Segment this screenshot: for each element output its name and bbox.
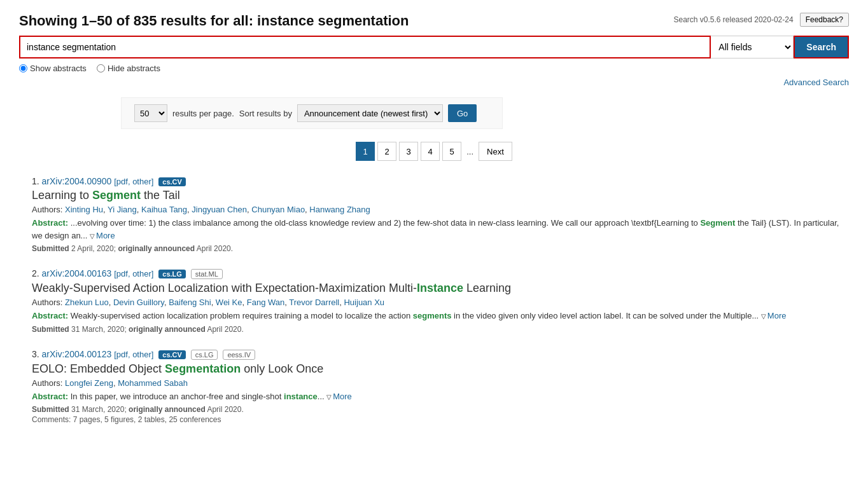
feedback-button[interactable]: Feedback? [800,13,849,27]
result-title-1: Learning to Segment the Tail [32,189,849,202]
author-link-1-2[interactable]: Yi Jiang [108,205,137,214]
sort-select[interactable]: Announcement date (newest first) Announc… [297,104,443,122]
badge-statml-2: stat.ML [191,269,223,279]
top-bar: Showing 1–50 of 835 results for all: ins… [19,13,849,32]
search-row: All fields Title Author Abstract Comment… [19,36,849,58]
abstract-highlight-2: segments [413,311,452,320]
version-info: Search v0.5.6 released 2020-02-24 [673,15,793,24]
pagination: 1 2 3 4 5 ... Next [19,142,849,161]
badge-cscv-3: cs.CV [158,350,186,359]
author-link-3-2[interactable]: Mohammed Sabah [118,378,188,388]
more-link-3[interactable]: More [333,392,352,401]
result-number-1: 1. [32,176,42,186]
sort-by-text: Sort results by [239,109,292,118]
arxiv-id-link-3[interactable]: arXiv:2004.00123 [42,349,112,359]
result-item-2: 2. arXiv:2004.00163 [pdf, other] cs.LG s… [19,268,849,334]
result-number-3: 3. [32,349,42,359]
show-abstracts-label[interactable]: Show abstracts [19,64,87,73]
search-button[interactable]: Search [794,36,849,58]
advanced-search-link[interactable]: Advanced Search [783,78,849,87]
result-item-1: 1. arXiv:2004.00900 [pdf, other] cs.CV L… [19,176,849,253]
result-authors-2: Authors: Zhekun Luo, Devin Guillory, Bai… [32,298,849,307]
badge-cscv-1: cs.CV [158,177,186,186]
result-abstract-2: Abstract: Weakly-supervised action local… [32,310,849,322]
page-ellipsis: ... [464,147,476,156]
result-title-2: Weakly-Supervised Action Localization wi… [32,282,849,295]
results-per-page-select[interactable]: 10 25 50 100 200 [134,104,167,122]
page-2-button[interactable]: 2 [377,142,396,161]
more-link-1[interactable]: More [96,231,115,240]
result-abstract-1: Abstract: ...evolving over time: 1) the … [32,217,849,242]
version-feedback: Search v0.5.6 released 2020-02-24 Feedba… [673,13,849,27]
highlight-1: Segment [92,189,141,202]
abstract-label-2: Abstract: [32,311,68,320]
abstract-highlight-1: Segment [700,218,735,228]
result-authors-3: Authors: Longfei Zeng, Mohammed Sabah [32,378,849,388]
highlight-3: Segmentation [165,362,241,375]
page-5-button[interactable]: 5 [442,142,461,161]
author-link-2-4[interactable]: Wei Ke [216,298,242,307]
show-abstracts-radio[interactable] [19,64,27,72]
author-link-2-7[interactable]: Huijuan Xu [344,298,384,307]
author-link-1-5[interactable]: Chunyan Miao [251,205,305,214]
result-submitted-1: Submitted 2 April, 2020; originally anno… [32,244,849,253]
result-number-2: 2. [32,268,42,278]
author-link-3-1[interactable]: Longfei Zeng [65,378,113,388]
abstract-label-1: Abstract: [32,218,68,228]
results-list: 1. arXiv:2004.00900 [pdf, other] cs.CV L… [19,176,849,424]
badge-cslg-3: cs.LG [191,350,218,360]
arxiv-id-link-1[interactable]: arXiv:2004.00900 [42,176,112,186]
results-per-page-text: results per page. [172,109,234,118]
result-submitted-3: Submitted 31 March, 2020; originally ann… [32,405,849,414]
go-button[interactable]: Go [448,104,477,122]
author-link-2-3[interactable]: Baifeng Shi [169,298,211,307]
abstract-label-3: Abstract: [32,392,68,401]
author-link-1-4[interactable]: Jingyuan Chen [192,205,247,214]
pdf-link-2[interactable]: [pdf, other] [114,269,153,278]
hide-abstracts-radio[interactable] [97,64,105,72]
fields-select[interactable]: All fields Title Author Abstract Comment… [711,36,794,58]
hide-abstracts-label[interactable]: Hide abstracts [97,64,160,73]
advanced-search-container: Advanced Search [19,77,849,87]
next-button[interactable]: Next [479,142,512,161]
result-comments-3: Comments: 7 pages, 5 figures, 2 tables, … [32,415,849,424]
page-1-button[interactable]: 1 [356,142,375,161]
result-abstract-3: Abstract: In this paper, we introduce an… [32,390,849,403]
result-meta-3: 3. arXiv:2004.00123 [pdf, other] cs.CV c… [32,349,849,360]
page-3-button[interactable]: 3 [399,142,418,161]
pdf-link-1[interactable]: [pdf, other] [114,177,153,186]
page-4-button[interactable]: 4 [421,142,440,161]
author-link-2-1[interactable]: Zhekun Luo [65,298,109,307]
badge-eessiv-3: eess.IV [223,350,255,360]
abstracts-row: Show abstracts Hide abstracts [19,64,849,73]
result-title-3: EOLO: Embedded Object Segmentation only … [32,362,849,376]
highlight-2: Instance [417,282,463,294]
author-link-1-3[interactable]: Kaihua Tang [141,205,187,214]
author-link-1-1[interactable]: Xinting Hu [65,205,103,214]
result-authors-1: Authors: Xinting Hu, Yi Jiang, Kaihua Ta… [32,205,849,214]
more-link-2[interactable]: More [767,311,787,320]
result-item-3: 3. arXiv:2004.00123 [pdf, other] cs.CV c… [19,349,849,425]
author-link-1-6[interactable]: Hanwang Zhang [309,205,370,214]
pdf-link-3[interactable]: [pdf, other] [114,350,153,359]
abstract-highlight-3: instance [284,392,318,401]
result-submitted-2: Submitted 31 March, 2020; originally ann… [32,325,849,334]
results-controls: 10 25 50 100 200 results per page. Sort … [121,97,503,129]
arxiv-id-link-2[interactable]: arXiv:2004.00163 [42,268,112,278]
badge-cslg-2: cs.LG [158,270,186,278]
result-meta-1: 1. arXiv:2004.00900 [pdf, other] cs.CV [32,176,849,186]
author-link-2-5[interactable]: Fang Wan [247,298,285,307]
author-link-2-2[interactable]: Devin Guillory [113,298,164,307]
page-title: Showing 1–50 of 835 results for all: ins… [19,13,409,29]
result-meta-2: 2. arXiv:2004.00163 [pdf, other] cs.LG s… [32,268,849,279]
author-link-2-6[interactable]: Trevor Darrell [289,298,339,307]
search-input[interactable] [19,36,711,58]
